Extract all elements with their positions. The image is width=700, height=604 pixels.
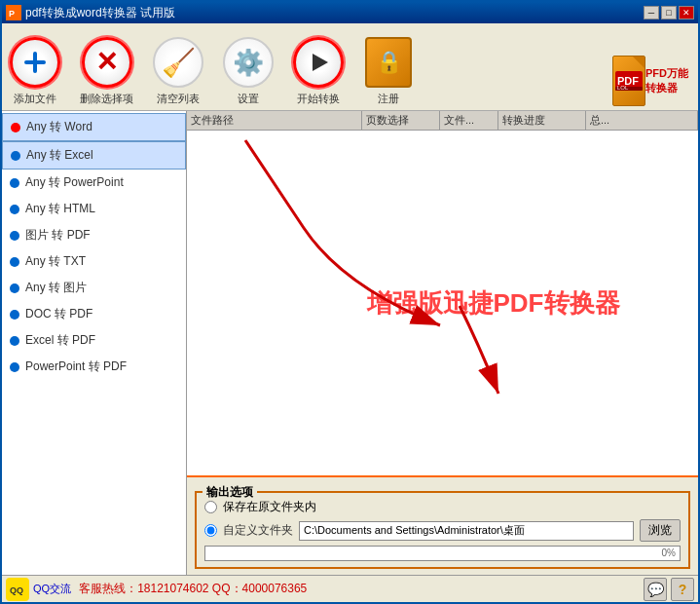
col-total: 总... [586, 111, 698, 130]
sidebar-label-img2pdf: 图片 转 PDF [25, 227, 91, 244]
sidebar-item-html[interactable]: Any 转 HTML [2, 196, 186, 222]
bullet-doc2pdf [10, 310, 19, 320]
output-box: 输出选项 保存在原文件夹内 自定义文件夹 浏览 0% [195, 491, 690, 569]
col-progress: 转换进度 [498, 111, 586, 130]
help-button[interactable]: ? [671, 578, 694, 601]
option2-radio[interactable] [204, 524, 217, 537]
sidebar-item-img2pdf[interactable]: 图片 转 PDF [2, 222, 186, 248]
sidebar-item-excel2pdf[interactable]: Excel 转 PDF [2, 327, 186, 354]
add-file-label: 添加文件 [14, 92, 56, 106]
title-bar-left: P pdf转换成word转换器 试用版 [6, 5, 175, 21]
qq-label: QQ交流 [33, 582, 71, 596]
sidebar-item-doc2pdf[interactable]: DOC 转 PDF [2, 301, 186, 327]
progress-label: 0% [662, 547, 676, 558]
add-circle [10, 37, 60, 88]
svg-text:QQ: QQ [10, 585, 23, 595]
bullet-ppt2pdf [10, 362, 19, 372]
browse-button[interactable]: 浏览 [640, 519, 681, 542]
progress-bar: 0% [204, 546, 681, 561]
start-circle [293, 37, 344, 88]
broom-symbol: 🧹 [162, 47, 196, 79]
pfd-icon: PDF LOL [612, 56, 645, 106]
close-button[interactable]: ✕ [679, 6, 694, 19]
register-box: 🔒 [365, 37, 412, 88]
content-area: Any 转 Word Any 转 Excel Any 转 PowerPoint … [2, 111, 698, 575]
pfd-logo-item[interactable]: PDF LOL PFD万能转换器 [612, 48, 690, 106]
main-window: P pdf转换成word转换器 试用版 ─ □ ✕ [0, 0, 700, 604]
add-file-icon [10, 37, 60, 88]
sidebar-item-txt[interactable]: Any 转 TXT [2, 248, 186, 275]
option1-radio[interactable] [204, 501, 217, 513]
pfd-logo: PDF LOL PFD万能转换器 [612, 48, 690, 106]
sidebar-item-excel[interactable]: Any 转 Excel [2, 141, 186, 170]
clear-icon: 🧹 [153, 37, 203, 88]
sidebar-label-ppt: Any 转 PowerPoint [25, 174, 124, 191]
app-icon: P [6, 5, 21, 20]
maximize-button[interactable]: □ [661, 6, 677, 19]
sidebar: Any 转 Word Any 转 Excel Any 转 PowerPoint … [2, 111, 187, 575]
bullet-word [11, 123, 20, 132]
bullet-ppt [10, 178, 19, 188]
clear-button[interactable]: 🧹 清空列表 [153, 37, 203, 106]
status-left: QQ QQ交流 [6, 578, 71, 601]
col-files: 文件... [440, 111, 498, 130]
start-button[interactable]: 开始转换 [293, 37, 344, 106]
toolbar: 添加文件 ✕ 删除选择项 🧹 清空列表 ⚙️ [2, 23, 698, 111]
gear-symbol: ⚙️ [233, 48, 264, 78]
qq-icon[interactable]: QQ [6, 578, 29, 601]
sidebar-item-ppt[interactable]: Any 转 PowerPoint [2, 170, 186, 196]
path-input[interactable] [299, 521, 634, 541]
sidebar-label-html: Any 转 HTML [25, 201, 95, 217]
bullet-excel [11, 151, 20, 161]
delete-button[interactable]: ✕ 删除选择项 [80, 37, 133, 106]
option1-row: 保存在原文件夹内 [204, 499, 681, 515]
bullet-txt [10, 257, 19, 267]
svg-marker-4 [313, 54, 328, 71]
pfd-title-text: PFD万能转换器 [645, 66, 690, 95]
watermark-text: 增强版迅捷PDF转换器 [367, 286, 620, 321]
plus-icon [21, 49, 49, 76]
sidebar-label-doc2pdf: DOC 转 PDF [25, 306, 92, 322]
hotline-text: 客服热线：18121074602 QQ：4000076365 [79, 581, 307, 597]
register-icon: 🔒 [363, 37, 414, 88]
status-right: 💬 ? [644, 578, 694, 601]
main-panel: 文件路径 页数选择 文件... 转换进度 总... 增强版迅捷PDF转换器 [187, 111, 698, 575]
chat-button[interactable]: 💬 [644, 578, 667, 601]
help-icon: ? [679, 582, 687, 597]
settings-button[interactable]: ⚙️ 设置 [223, 37, 274, 106]
settings-label: 设置 [238, 92, 259, 106]
start-label: 开始转换 [297, 92, 340, 106]
bullet-any2img [10, 283, 19, 293]
x-symbol: ✕ [95, 49, 118, 76]
col-pages: 页数选择 [362, 111, 440, 130]
bullet-html [10, 205, 19, 214]
start-icon [293, 37, 344, 88]
col-filepath: 文件路径 [187, 111, 362, 130]
output-section: 输出选项 保存在原文件夹内 自定义文件夹 浏览 0% [187, 475, 698, 575]
table-header: 文件路径 页数选择 文件... 转换进度 总... [187, 111, 698, 131]
minimize-button[interactable]: ─ [644, 6, 659, 19]
sidebar-item-any2img[interactable]: Any 转 图片 [2, 275, 186, 301]
option2-row: 自定义文件夹 浏览 [204, 519, 681, 542]
title-bar: P pdf转换成word转换器 试用版 ─ □ ✕ [2, 2, 698, 23]
sidebar-label-excel2pdf: Excel 转 PDF [25, 332, 95, 349]
sidebar-label-txt: Any 转 TXT [25, 253, 86, 270]
lock-symbol: 🔒 [376, 50, 402, 75]
sidebar-item-word[interactable]: Any 转 Word [2, 113, 186, 141]
register-button[interactable]: 🔒 注册 [363, 37, 414, 106]
delete-icon: ✕ [82, 37, 132, 88]
add-file-button[interactable]: 添加文件 [10, 37, 60, 106]
title-buttons: ─ □ ✕ [644, 6, 694, 19]
clear-circle: 🧹 [153, 37, 203, 88]
pfd-logo-box: PDF LOL PFD万能转换器 [612, 56, 690, 106]
arrow-overlay [187, 131, 698, 475]
status-bar: QQ QQ交流 客服热线：18121074602 QQ：4000076365 💬… [2, 575, 698, 602]
bullet-img2pdf [10, 231, 19, 241]
sidebar-label-word: Any 转 Word [26, 119, 92, 135]
svg-text:LOL: LOL [617, 85, 629, 91]
bullet-excel2pdf [10, 336, 19, 346]
pfd-text: PFD万能转换器 [645, 66, 690, 95]
clear-label: 清空列表 [157, 92, 200, 106]
sidebar-item-ppt2pdf[interactable]: PowerPoint 转 PDF [2, 354, 186, 380]
register-label: 注册 [378, 92, 399, 106]
